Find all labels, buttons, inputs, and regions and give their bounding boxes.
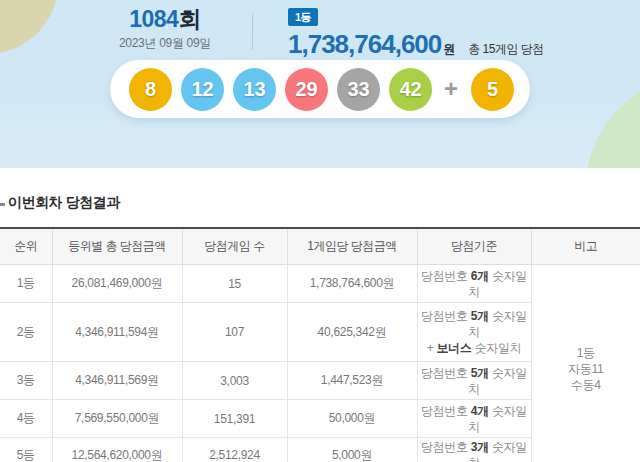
vertical-divider: [252, 13, 253, 50]
criteria-cell: 당첨번호 5개 숫자일치+ 보너스 숫자일치: [417, 303, 531, 362]
green-circle-decor: [585, 72, 640, 168]
lotto-ball-42: 42: [389, 68, 432, 111]
total-prize-cell: 4,346,911,594원: [52, 303, 182, 362]
winning-games-cell: 15: [182, 265, 287, 303]
bonus-ball-5: 5: [471, 68, 514, 111]
rank-cell: 5등: [0, 438, 52, 462]
per-game-prize-cell: 1,447,523원: [287, 362, 417, 400]
draw-date: 2023년 09월 09일: [85, 35, 245, 52]
column-header: 당첨게임 수: [182, 228, 287, 265]
currency-label: 원: [443, 42, 455, 56]
remark-line: 1등: [533, 345, 640, 361]
first-rank-badge: 1등: [288, 8, 318, 26]
results-table-wrap: 순위등위별 총 당첨금액당첨게임 수1게임당 당첨금액당첨기준비고 1등26,0…: [0, 227, 640, 462]
total-prize-cell: 12,564,620,000원: [52, 438, 182, 462]
per-game-prize-cell: 1,738,764,600원: [287, 265, 417, 303]
winning-games-cell: 107: [182, 303, 287, 362]
lotto-ball-8: 8: [129, 68, 172, 111]
results-header-row: 순위등위별 총 당첨금액당첨게임 수1게임당 당첨금액당첨기준비고: [0, 228, 640, 265]
total-games-note: 총 15게임 당첨: [468, 42, 544, 56]
results-body: 1등26,081,469,000원151,738,764,600원당첨번호 6개…: [0, 265, 640, 462]
criteria-cell: 당첨번호 5개 숫자일치: [417, 362, 531, 400]
rank-cell: 4등: [0, 400, 52, 438]
criteria-cell: 당첨번호 4개 숫자일치: [417, 400, 531, 438]
total-prize-cell: 4,346,911,569원: [52, 362, 182, 400]
per-game-prize-cell: 5,000원: [287, 438, 417, 462]
prize-amount: 1,738,764,600: [288, 29, 441, 59]
prize-line: 1,738,764,600원총 15게임 당첨: [288, 29, 544, 60]
round-title: 1084회: [85, 6, 245, 32]
remark-line: 자동11: [533, 361, 640, 377]
beige-circle-decor: [0, 0, 58, 54]
column-header: 당첨기준: [417, 228, 531, 265]
column-header: 1게임당 당첨금액: [287, 228, 417, 265]
remark-line: 수동4: [533, 377, 640, 393]
rank-cell: 2등: [0, 303, 52, 362]
total-prize-cell: 7,569,550,000원: [52, 400, 182, 438]
plus-icon: +: [444, 77, 458, 101]
winning-games-cell: 2,512,924: [182, 438, 287, 462]
section-title: 이번회차 당첨결과: [8, 194, 119, 212]
first-prize-info: 1등 1,738,764,600원총 15게임 당첨: [288, 7, 544, 60]
total-prize-cell: 26,081,469,000원: [52, 265, 182, 303]
criteria-cell: 당첨번호 3개 숫자일치: [417, 438, 531, 462]
winning-numbers-pill: 81213293342+5: [110, 60, 530, 118]
lotto-ball-29: 29: [285, 68, 328, 111]
per-game-prize-cell: 40,625,342원: [287, 303, 417, 362]
winning-games-cell: 151,391: [182, 400, 287, 438]
column-header: 등위별 총 당첨금액: [52, 228, 182, 265]
section-bullet: [0, 203, 5, 206]
draw-summary-header: 1084회 2023년 09월 09일 1등 1,738,764,600원총 1…: [0, 0, 640, 168]
criteria-cell: 당첨번호 6개 숫자일치: [417, 265, 531, 303]
round-number: 1084: [129, 6, 178, 32]
lotto-ball-12: 12: [181, 68, 224, 111]
round-suffix: 회: [178, 6, 201, 32]
round-info: 1084회 2023년 09월 09일: [85, 6, 245, 52]
results-table: 순위등위별 총 당첨금액당첨게임 수1게임당 당첨금액당첨기준비고 1등26,0…: [0, 227, 640, 462]
per-game-prize-cell: 50,000원: [287, 400, 417, 438]
lotto-ball-13: 13: [233, 68, 276, 111]
rank-cell: 3등: [0, 362, 52, 400]
table-row-rank-1: 1등26,081,469,000원151,738,764,600원당첨번호 6개…: [0, 265, 640, 303]
lotto-ball-33: 33: [337, 68, 380, 111]
column-header: 비고: [531, 228, 640, 265]
remark-cell: 1등자동11수동4: [531, 265, 640, 462]
winning-games-cell: 3,003: [182, 362, 287, 400]
column-header: 순위: [0, 228, 52, 265]
rank-cell: 1등: [0, 265, 52, 303]
